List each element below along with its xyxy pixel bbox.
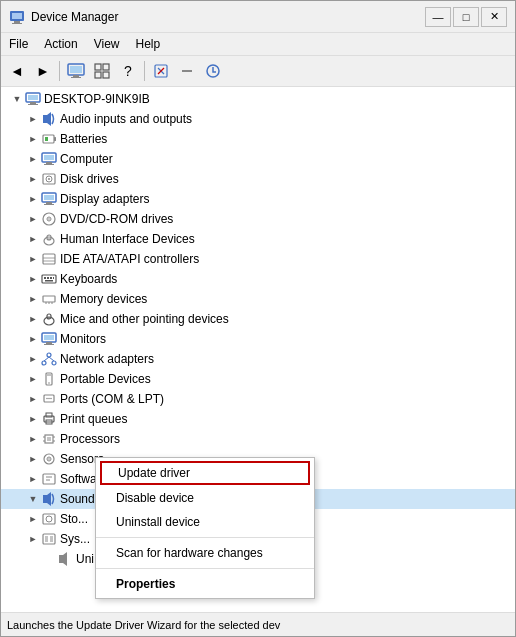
- software-expander[interactable]: ►: [25, 471, 41, 487]
- monitors-expander[interactable]: ►: [25, 331, 41, 347]
- tree-item-disk[interactable]: ► Disk drives: [1, 169, 515, 189]
- tree-item-memory[interactable]: ► Memory devices: [1, 289, 515, 309]
- tree-content[interactable]: ▼ DESKTOP-9INK9IB ► Audio inputs and out…: [1, 87, 515, 612]
- ports-expander[interactable]: ►: [25, 391, 41, 407]
- tree-root[interactable]: ▼ DESKTOP-9INK9IB: [1, 89, 515, 109]
- window-controls: — □ ✕: [425, 7, 507, 27]
- tree-item-ports[interactable]: ► Ports (COM & LPT): [1, 389, 515, 409]
- disk-expander[interactable]: ►: [25, 171, 41, 187]
- root-label: DESKTOP-9INK9IB: [44, 92, 150, 106]
- network-label: Network adapters: [60, 352, 154, 366]
- tree-item-network[interactable]: ► Network adapters: [1, 349, 515, 369]
- toolbar-btn-help[interactable]: ?: [116, 59, 140, 83]
- tree-item-hid[interactable]: ► Human Interface Devices: [1, 229, 515, 249]
- keyboards-expander[interactable]: ►: [25, 271, 41, 287]
- ports-label: Ports (COM & LPT): [60, 392, 164, 406]
- maximize-button[interactable]: □: [453, 7, 479, 27]
- svg-rect-8: [95, 64, 101, 70]
- mice-label: Mice and other pointing devices: [60, 312, 229, 326]
- tree-item-audio[interactable]: ► Audio inputs and outputs: [1, 109, 515, 129]
- tree-item-mice[interactable]: ► Mice and other pointing devices: [1, 309, 515, 329]
- forward-button[interactable]: ►: [31, 59, 55, 83]
- toolbar-btn-computer[interactable]: [64, 59, 88, 83]
- audio-expander[interactable]: ►: [25, 111, 41, 127]
- memory-expander[interactable]: ►: [25, 291, 41, 307]
- tree-item-monitors[interactable]: ► Monitors: [1, 329, 515, 349]
- sound-expander[interactable]: ▼: [25, 491, 41, 507]
- root-expander[interactable]: ▼: [9, 91, 25, 107]
- context-menu-uninstall-device[interactable]: Uninstall device: [96, 510, 314, 534]
- svg-point-31: [48, 178, 50, 180]
- processors-expander[interactable]: ►: [25, 431, 41, 447]
- sensors-expander[interactable]: ►: [25, 451, 41, 467]
- memory-label: Memory devices: [60, 292, 147, 306]
- mice-icon: [41, 311, 57, 327]
- svg-rect-20: [28, 104, 38, 105]
- menu-file[interactable]: File: [1, 35, 36, 53]
- back-button[interactable]: ◄: [5, 59, 29, 83]
- context-menu-update-driver[interactable]: Update driver: [100, 461, 310, 485]
- uni-icon: [57, 551, 73, 567]
- portable-expander[interactable]: ►: [25, 371, 41, 387]
- svg-rect-93: [45, 536, 48, 542]
- storage-icon: [41, 511, 57, 527]
- svg-rect-27: [46, 162, 52, 164]
- svg-point-71: [46, 398, 48, 400]
- mice-expander[interactable]: ►: [25, 311, 41, 327]
- computer-expander[interactable]: ►: [25, 151, 41, 167]
- system-icon: [41, 531, 57, 547]
- ports-icon: [41, 391, 57, 407]
- menu-action[interactable]: Action: [36, 35, 85, 53]
- context-menu-properties[interactable]: Properties: [96, 572, 314, 596]
- tree-item-computer[interactable]: ► Computer: [1, 149, 515, 169]
- system-label: Sys...: [60, 532, 90, 546]
- tree-item-ide[interactable]: ► IDE ATA/ATAPI controllers: [1, 249, 515, 269]
- svg-rect-5: [70, 66, 82, 73]
- network-expander[interactable]: ►: [25, 351, 41, 367]
- print-expander[interactable]: ►: [25, 411, 41, 427]
- dvd-icon: [41, 211, 57, 227]
- toolbar-btn-grid[interactable]: [90, 59, 114, 83]
- context-menu-scan[interactable]: Scan for hardware changes: [96, 541, 314, 565]
- context-menu-disable-device[interactable]: Disable device: [96, 486, 314, 510]
- dvd-expander[interactable]: ►: [25, 211, 41, 227]
- svg-line-66: [49, 357, 54, 361]
- svg-point-72: [48, 398, 50, 400]
- tree-item-dvd[interactable]: ► DVD/CD-ROM drives: [1, 209, 515, 229]
- svg-point-64: [52, 361, 56, 365]
- svg-rect-28: [44, 164, 54, 165]
- tree-item-portable[interactable]: ► Portable Devices: [1, 369, 515, 389]
- menu-view[interactable]: View: [86, 35, 128, 53]
- hid-expander[interactable]: ►: [25, 231, 41, 247]
- tree-item-keyboards[interactable]: ► Keyboards: [1, 269, 515, 289]
- tree-item-display[interactable]: ► Display adapters: [1, 189, 515, 209]
- storage-label: Sto...: [60, 512, 88, 526]
- tree-item-batteries[interactable]: ► Batteries: [1, 129, 515, 149]
- audio-icon: [41, 111, 57, 127]
- storage-expander[interactable]: ►: [25, 511, 41, 527]
- print-label: Print queues: [60, 412, 127, 426]
- ide-expander[interactable]: ►: [25, 251, 41, 267]
- svg-rect-61: [44, 344, 54, 345]
- tree-item-processors[interactable]: ► Processors: [1, 429, 515, 449]
- close-button[interactable]: ✕: [481, 7, 507, 27]
- toolbar-btn-remove[interactable]: [175, 59, 199, 83]
- menu-bar: File Action View Help: [1, 33, 515, 56]
- menu-help[interactable]: Help: [128, 35, 169, 53]
- toolbar-btn-scan[interactable]: [149, 59, 173, 83]
- software-icon: [41, 471, 57, 487]
- svg-rect-1: [12, 13, 22, 19]
- svg-point-62: [47, 353, 51, 357]
- svg-rect-7: [71, 77, 81, 78]
- svg-rect-9: [103, 64, 109, 70]
- system-expander[interactable]: ►: [25, 531, 41, 547]
- svg-rect-26: [44, 155, 54, 160]
- display-expander[interactable]: ►: [25, 191, 41, 207]
- minimize-button[interactable]: —: [425, 7, 451, 27]
- batteries-expander[interactable]: ►: [25, 131, 41, 147]
- monitors-icon: [41, 331, 57, 347]
- svg-rect-2: [14, 21, 20, 23]
- tree-item-print[interactable]: ► Print queues: [1, 409, 515, 429]
- keyboards-label: Keyboards: [60, 272, 117, 286]
- toolbar-btn-update[interactable]: [201, 59, 225, 83]
